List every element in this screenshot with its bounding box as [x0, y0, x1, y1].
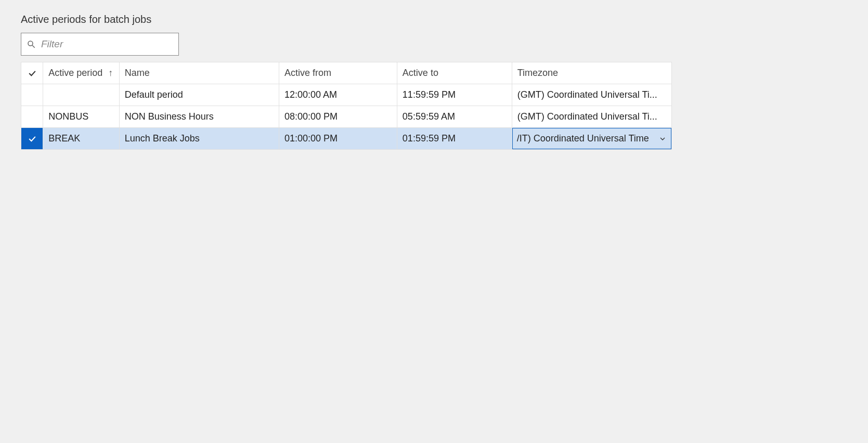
- timezone-combobox[interactable]: /IT) Coordinated Universal Time: [512, 128, 671, 150]
- table-row[interactable]: BREAK Lunch Break Jobs 01:00:00 PM 01:59…: [21, 128, 672, 150]
- check-icon: [27, 134, 37, 144]
- table-row[interactable]: NONBUS NON Business Hours 08:00:00 PM 05…: [21, 106, 672, 128]
- cell-active-from[interactable]: 12:00:00 AM: [279, 84, 397, 106]
- cell-timezone[interactable]: (GMT) Coordinated Universal Ti...: [512, 84, 671, 106]
- cell-name[interactable]: NON Business Hours: [119, 106, 279, 128]
- cell-name[interactable]: Lunch Break Jobs: [119, 128, 279, 150]
- cell-active-from[interactable]: 01:00:00 PM: [279, 128, 397, 150]
- cell-active-from[interactable]: 08:00:00 PM: [279, 106, 397, 128]
- header-active-from[interactable]: Active from: [279, 62, 397, 84]
- grid-header-row: Active period ↑ Name Active from Active …: [21, 62, 672, 84]
- check-icon: [27, 68, 37, 79]
- cell-active-period[interactable]: NONBUS: [43, 106, 120, 128]
- active-periods-grid: Active period ↑ Name Active from Active …: [21, 62, 672, 150]
- cell-active-period[interactable]: BREAK: [43, 128, 120, 150]
- header-select-all[interactable]: [21, 62, 43, 84]
- header-active-to[interactable]: Active to: [397, 62, 512, 84]
- header-active-period[interactable]: Active period ↑: [43, 62, 120, 84]
- cell-timezone[interactable]: (GMT) Coordinated Universal Ti...: [512, 106, 671, 128]
- header-label: Active from: [284, 68, 331, 78]
- cell-active-to[interactable]: 11:59:59 PM: [397, 84, 512, 106]
- cell-timezone[interactable]: /IT) Coordinated Universal Time (GMT-03:…: [512, 128, 671, 150]
- cell-active-period[interactable]: [43, 84, 120, 106]
- cell-name[interactable]: Default period: [119, 84, 279, 106]
- header-name[interactable]: Name: [119, 62, 279, 84]
- cell-active-to[interactable]: 05:59:59 AM: [397, 106, 512, 128]
- header-label: Name: [125, 68, 150, 78]
- header-timezone[interactable]: Timezone: [512, 62, 671, 84]
- cell-active-to[interactable]: 01:59:59 PM: [397, 128, 512, 150]
- header-label: Active period: [48, 68, 102, 78]
- filter-input[interactable]: [40, 38, 173, 50]
- table-row[interactable]: Default period 12:00:00 AM 11:59:59 PM (…: [21, 84, 672, 106]
- page-title: Active periods for batch jobs: [21, 14, 847, 25]
- svg-point-0: [28, 41, 33, 46]
- row-selector[interactable]: [21, 128, 43, 150]
- svg-line-1: [32, 45, 35, 48]
- header-label: Timezone: [517, 68, 558, 78]
- filter-input-wrapper[interactable]: [21, 33, 179, 56]
- header-label: Active to: [403, 68, 438, 78]
- sort-asc-icon: ↑: [108, 68, 113, 79]
- search-icon: [27, 40, 36, 49]
- chevron-down-icon: [658, 135, 667, 143]
- row-selector[interactable]: [21, 84, 43, 106]
- row-selector[interactable]: [21, 106, 43, 128]
- timezone-value: /IT) Coordinated Universal Time: [517, 133, 649, 144]
